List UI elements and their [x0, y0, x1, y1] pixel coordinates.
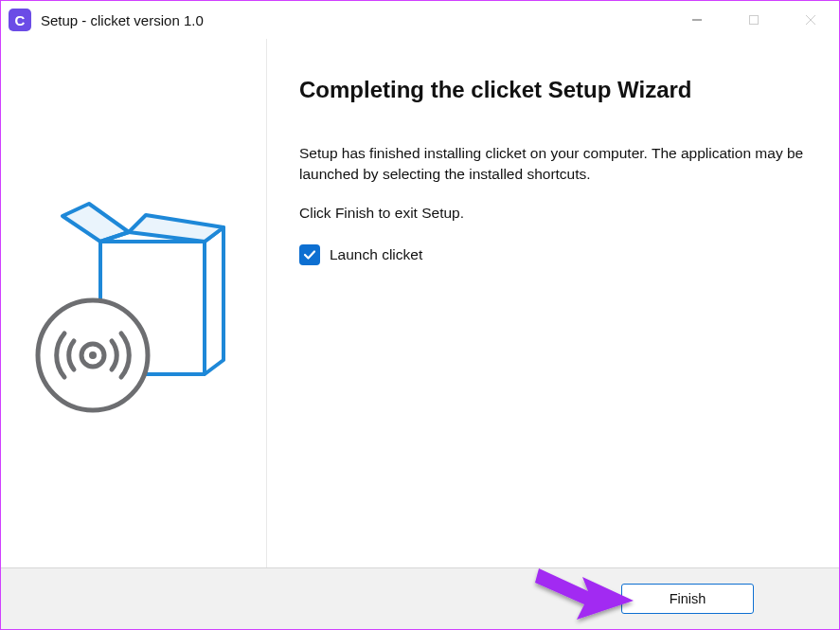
maximize-icon	[748, 14, 760, 26]
checkmark-icon	[303, 248, 316, 261]
page-heading: Completing the clicket Setup Wizard	[299, 77, 807, 103]
launch-checkbox-label: Launch clicket	[330, 246, 422, 263]
titlebar: C Setup - clicket version 1.0	[1, 1, 839, 39]
close-button	[782, 1, 839, 39]
close-icon	[805, 14, 816, 26]
box-disc-icon	[34, 189, 233, 417]
minimize-button[interactable]	[669, 1, 725, 39]
sidebar-graphic-panel	[1, 39, 267, 567]
app-icon: C	[9, 9, 31, 31]
svg-rect-1	[750, 16, 759, 25]
finish-button[interactable]: Finish	[621, 584, 754, 614]
svg-point-8	[89, 351, 97, 359]
main-panel: Completing the clicket Setup Wizard Setu…	[267, 39, 839, 567]
body-paragraph-1: Setup has finished installing clicket on…	[299, 143, 807, 184]
content-area: Completing the clicket Setup Wizard Setu…	[1, 39, 839, 568]
minimize-icon	[691, 14, 703, 26]
launch-checkbox[interactable]	[299, 244, 320, 265]
app-icon-letter: C	[15, 12, 26, 28]
footer-bar: Finish	[1, 568, 839, 629]
window-title: Setup - clicket version 1.0	[41, 12, 669, 28]
finish-button-label: Finish	[670, 591, 706, 606]
window-controls	[669, 1, 839, 39]
setup-window: C Setup - clicket version 1.0	[0, 0, 840, 630]
launch-checkbox-row[interactable]: Launch clicket	[299, 244, 807, 265]
maximize-button	[725, 1, 782, 39]
body-paragraph-2: Click Finish to exit Setup.	[299, 203, 807, 224]
